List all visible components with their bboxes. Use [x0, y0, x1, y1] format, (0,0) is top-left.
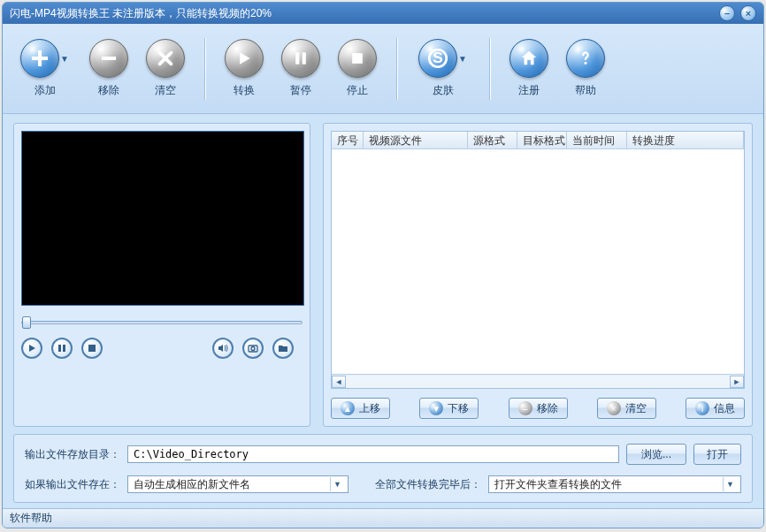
col-source[interactable]: 视频源文件: [364, 132, 468, 148]
col-progress[interactable]: 转换进度: [627, 132, 744, 148]
stop-button[interactable]: 停止: [333, 39, 382, 98]
info-icon: i: [695, 401, 709, 415]
preview-play-button[interactable]: [21, 338, 42, 359]
svg-rect-1: [295, 52, 299, 64]
skin-button[interactable]: S ▼ 皮肤: [411, 39, 475, 98]
svg-rect-3: [352, 53, 363, 64]
pause-button[interactable]: 暂停: [276, 39, 326, 98]
titlebar: 闪电-MP4视频转换王 未注册版本，只能转换视频的20% – ×: [3, 3, 763, 24]
svg-rect-7: [58, 345, 61, 352]
col-time[interactable]: 当前时间: [567, 132, 627, 148]
preview-volume-button[interactable]: [212, 338, 234, 359]
content-area: 序号 视频源文件 源格式 目标格式 当前时间 转换进度 ◄ ► ▲ 上移: [3, 114, 763, 432]
preview-controls: [21, 338, 303, 359]
svg-rect-8: [63, 345, 65, 352]
after-select[interactable]: 打开文件夹查看转换的文件 ▼: [488, 475, 741, 493]
chevron-down-icon: ▼: [59, 39, 70, 78]
add-button[interactable]: ▼ 添加: [13, 39, 77, 98]
minimize-button[interactable]: –: [719, 5, 735, 21]
main-toolbar: ▼ 添加 移除 清空 转换: [3, 24, 763, 114]
x-icon: ×: [607, 401, 621, 415]
preview-stop-button[interactable]: [81, 338, 103, 359]
chevron-down-icon: ▼: [457, 39, 468, 78]
exists-label: 如果输出文件存在：: [25, 477, 120, 492]
move-up-button[interactable]: ▲ 上移: [331, 398, 390, 419]
play-icon: [225, 39, 264, 78]
preview-pause-button[interactable]: [51, 338, 73, 359]
svg-rect-2: [303, 52, 306, 64]
col-index[interactable]: 序号: [332, 132, 364, 148]
list-clear-button[interactable]: × 清空: [597, 398, 656, 419]
file-table[interactable]: 序号 视频源文件 源格式 目标格式 当前时间 转换进度 ◄ ►: [331, 131, 745, 389]
list-buttons: ▲ 上移 ▼ 下移 – 移除 × 清空 i 信息: [331, 398, 745, 419]
home-icon: [509, 39, 548, 78]
horizontal-scrollbar[interactable]: ◄ ►: [332, 374, 744, 388]
app-window: 闪电-MP4视频转换王 未注册版本，只能转换视频的20% – × ▼ 添加 移除: [2, 2, 764, 528]
table-header: 序号 视频源文件 源格式 目标格式 当前时间 转换进度: [332, 132, 744, 149]
chevron-down-icon: ▼: [330, 477, 344, 491]
browse-button[interactable]: 浏览...: [626, 444, 686, 465]
plus-icon: [20, 39, 59, 78]
svg-point-6: [585, 62, 587, 65]
help-button[interactable]: 帮助: [561, 39, 610, 98]
convert-button[interactable]: 转换: [219, 39, 269, 98]
arrow-up-icon: ▲: [341, 401, 355, 415]
minus-icon: [89, 39, 128, 78]
statusbar: 软件帮助: [3, 508, 763, 528]
output-panel: 输出文件存放目录： 浏览... 打开 如果输出文件存在： 自动生成相应的新文件名…: [13, 434, 753, 503]
table-body[interactable]: [332, 149, 744, 374]
seek-slider[interactable]: [21, 315, 303, 331]
list-remove-button[interactable]: – 移除: [509, 398, 568, 419]
svg-point-11: [251, 347, 255, 351]
clear-button[interactable]: 清空: [141, 39, 190, 98]
preview-panel: [13, 123, 310, 427]
minus-icon: –: [518, 401, 532, 415]
output-dir-input[interactable]: [127, 445, 619, 463]
svg-rect-0: [102, 57, 116, 60]
pause-icon: [281, 39, 320, 78]
move-down-button[interactable]: ▼ 下移: [419, 398, 479, 419]
scroll-left-icon[interactable]: ◄: [332, 376, 346, 388]
close-button[interactable]: ×: [740, 5, 756, 21]
video-preview[interactable]: [21, 131, 304, 306]
svg-text:S: S: [433, 49, 443, 66]
status-text: 软件帮助: [10, 511, 52, 526]
stop-icon: [338, 39, 377, 78]
svg-rect-9: [88, 345, 96, 352]
scroll-right-icon[interactable]: ►: [730, 376, 744, 388]
exists-select[interactable]: 自动生成相应的新文件名 ▼: [127, 475, 349, 493]
preview-snapshot-button[interactable]: [242, 338, 264, 359]
remove-button[interactable]: 移除: [84, 39, 134, 98]
col-dst-fmt[interactable]: 目标格式: [517, 132, 567, 148]
app-title: 闪电-MP4视频转换王 未注册版本，只能转换视频的20%: [10, 6, 714, 21]
x-icon: [146, 39, 185, 78]
after-label: 全部文件转换完毕后：: [375, 477, 481, 492]
file-list-panel: 序号 视频源文件 源格式 目标格式 当前时间 转换进度 ◄ ► ▲ 上移: [323, 123, 753, 427]
col-src-fmt[interactable]: 源格式: [468, 132, 517, 148]
list-info-button[interactable]: i 信息: [686, 398, 745, 419]
preview-open-button[interactable]: [272, 338, 294, 359]
register-button[interactable]: 注册: [504, 39, 554, 98]
open-button[interactable]: 打开: [693, 444, 741, 465]
question-icon: [566, 39, 605, 78]
skin-icon: S: [418, 39, 457, 78]
chevron-down-icon: ▼: [723, 477, 737, 491]
arrow-down-icon: ▼: [429, 401, 443, 415]
output-dir-label: 输出文件存放目录：: [25, 447, 120, 462]
